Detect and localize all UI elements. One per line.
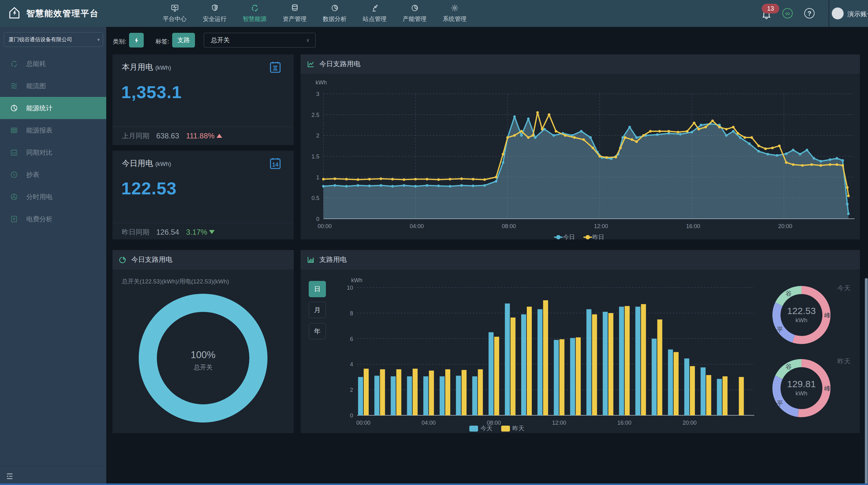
svg-text:14: 14 (272, 161, 279, 168)
chevron-down-icon: ∨ (306, 37, 310, 43)
nav-item-assets[interactable]: 资产管理 (275, 0, 315, 27)
tag-branch-button[interactable]: 支路 (172, 33, 195, 48)
slice-label-valley: 谷 (785, 363, 792, 371)
gear-icon (451, 4, 459, 13)
category-electric-button[interactable] (129, 33, 144, 48)
svg-text:00:00: 00:00 (317, 223, 332, 230)
feedback-icon[interactable]: ∞ (782, 8, 793, 19)
nav-item-capacity[interactable]: 产能管理 (395, 0, 435, 27)
month-compare-value: 638.63 (156, 131, 179, 140)
page-scrollbar[interactable] (865, 278, 868, 485)
filter-bar: 类别: 标签: 支路 总开关 ∨ (106, 27, 868, 54)
pie-chart-icon (119, 255, 127, 264)
svg-text:20:00: 20:00 (778, 223, 792, 230)
account-name[interactable]: 演示账号 (847, 10, 868, 19)
month-card-unit: (kWh) (155, 64, 171, 71)
app-title: 智慧能效管理平台 (26, 8, 99, 19)
sidebar-item-energy-flow[interactable]: 能流图 (0, 75, 106, 97)
nav-item-analysis[interactable]: 数据分析 (315, 0, 354, 27)
today-compare-value: 126.54 (156, 228, 179, 237)
company-select[interactable]: 厦门锐谷通信设备有限公司 ▾ (4, 32, 103, 47)
bar-chart-plot: 024681000:0004:0008:0012:0016:0020:00 (301, 269, 763, 425)
svg-text:6: 6 (350, 336, 353, 342)
clock-pie-icon (10, 104, 18, 112)
nav-item-energy[interactable]: 智慧能源 (235, 0, 275, 27)
today-branch-donut-card: 今日支路用电 总开关(122.53)(kWh)/用电(122.53)(kWh) … (113, 250, 294, 433)
sidebar-item-tariff-analysis[interactable]: 电费分析 (0, 208, 106, 230)
home-bolt-icon (7, 6, 21, 21)
slice-label-flat: 平 (777, 399, 783, 408)
bar-chart-icon (307, 255, 315, 264)
mini-donut-today-title: 今天 (837, 284, 850, 293)
today-usage-card: 今日用电 (kWh) 14 122.53 昨日同期 126.54 3.17% (113, 151, 294, 239)
branch-usage-bar-card: 支路用电 日 月 年 kWh 024681000:0004:0008:0012:… (301, 250, 860, 433)
line-chart-legend: 今日 昨日 (301, 233, 860, 241)
monitor-icon (170, 4, 179, 13)
svg-text:8: 8 (350, 310, 353, 316)
main-nav: 平台中心 安全运行 智慧能源 资产管理 数据分析 站点管理 产能管理 系统管理 (155, 0, 475, 27)
svg-text:2: 2 (350, 387, 353, 393)
today-compare-label: 昨日同期 (122, 228, 149, 237)
line-chart-icon (307, 60, 315, 68)
svg-text:12:00: 12:00 (594, 223, 608, 230)
nav-item-sites[interactable]: 站点管理 (354, 0, 395, 27)
sidebar-item-period-compare[interactable]: 同期对比 (0, 141, 106, 163)
lightning-icon (133, 36, 140, 44)
database-icon (290, 4, 299, 13)
legend-bar-yesterday[interactable]: 昨天 (501, 424, 524, 432)
calendar-day-icon: 14 (268, 156, 282, 172)
legend-bar-today[interactable]: 今天 (469, 424, 492, 432)
svg-text:04:00: 04:00 (410, 223, 424, 230)
nav-item-platform[interactable]: 平台中心 (155, 0, 195, 27)
bill-icon (10, 215, 18, 223)
recycle-icon (10, 60, 18, 68)
legend-today[interactable]: 今日 (556, 233, 575, 241)
svg-text:16:00: 16:00 (617, 420, 631, 425)
month-usage-value: 1,353.1 (121, 82, 182, 102)
line-chart-plot: 00.511.522.5300:0004:0008:0012:0016:0020… (301, 74, 860, 233)
shield-icon (211, 4, 219, 13)
nav-item-safety[interactable]: 安全运行 (195, 0, 235, 27)
svg-text:3: 3 (316, 91, 319, 97)
svg-text:20:00: 20:00 (682, 420, 696, 425)
today-card-unit: (kWh) (155, 161, 171, 167)
notification-badge[interactable]: 13 (762, 4, 779, 13)
table-icon (10, 126, 18, 134)
slice-label-valley: 谷 (785, 290, 792, 298)
app-logo: 智慧能效管理平台 (7, 0, 99, 27)
slice-label-flat: 平 (777, 326, 783, 334)
sidebar: 厦门锐谷通信设备有限公司 ▾ 总能耗 能流图 能源统计 能源报表 同期对比 抄表 (0, 27, 106, 485)
bar-card-title: 支路用电 (319, 255, 347, 264)
legend-yesterday[interactable]: 昨日 (586, 233, 604, 241)
svg-text:00:00: 00:00 (356, 420, 370, 425)
sidebar-item-tou-power[interactable]: 分时用电 (0, 186, 106, 208)
month-percent-badge: 111.88% (186, 131, 222, 140)
tag-label: 标签: (156, 37, 169, 46)
svg-text:2.5: 2.5 (312, 112, 319, 118)
switch-select[interactable]: 总开关 ∨ (204, 33, 316, 48)
sidebar-item-total-energy[interactable]: 总能耗 (0, 53, 106, 75)
sidebar-collapse-icon[interactable] (6, 472, 14, 482)
slice-label-peak: 峰 (824, 384, 831, 393)
month-compare-label: 上月同期 (122, 131, 149, 141)
sidebar-item-energy-stats[interactable]: 能源统计 (0, 97, 106, 119)
flow-icon (10, 82, 18, 90)
bottom-edge-bar (0, 483, 868, 485)
clipboard-calendar-icon (268, 60, 282, 75)
pie-slice-icon (10, 193, 18, 201)
svg-text:0: 0 (350, 413, 353, 419)
calendar-icon (10, 148, 18, 157)
help-icon[interactable]: ? (804, 8, 814, 19)
mini-donut-yesterday-center: 129.81 kWh (776, 379, 827, 397)
svg-text:12:00: 12:00 (552, 420, 566, 425)
donut-subtitle: 总开关(122.53)(kWh)/用电(122.53)(kWh) (122, 277, 229, 285)
today-percent-badge: 3.17% (186, 228, 215, 237)
nav-item-system[interactable]: 系统管理 (435, 0, 475, 27)
sidebar-item-energy-report[interactable]: 能源报表 (0, 119, 106, 141)
bar-chart-legend: 今天 昨天 (469, 424, 524, 432)
avatar[interactable] (832, 7, 844, 19)
trend-down-icon (209, 230, 215, 234)
slice-label-peak: 峰 (824, 311, 831, 320)
sidebar-item-meter-reading[interactable]: 抄表 (0, 163, 106, 186)
trend-up-icon (217, 134, 222, 138)
